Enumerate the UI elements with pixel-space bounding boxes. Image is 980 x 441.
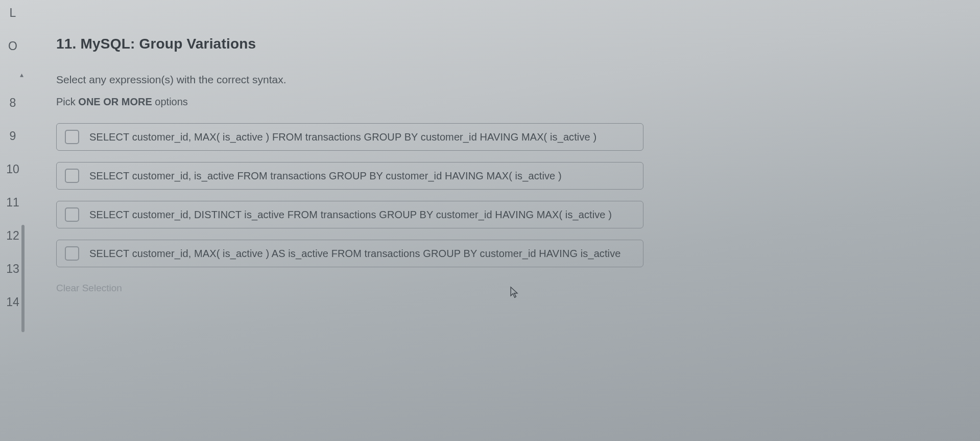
sidebar-item-L[interactable]: L bbox=[0, 2, 26, 24]
option-text: SELECT customer_id, MAX( is_active ) AS … bbox=[89, 248, 620, 260]
clear-selection-button[interactable]: Clear Selection bbox=[56, 283, 949, 294]
sidebar-scroll-thumb[interactable] bbox=[21, 225, 25, 332]
pick-prefix: Pick bbox=[56, 96, 78, 107]
option-4[interactable]: SELECT customer_id, MAX( is_active ) AS … bbox=[56, 240, 643, 267]
question-pick-instruction: Pick ONE OR MORE options bbox=[56, 96, 949, 108]
checkbox-icon[interactable] bbox=[65, 169, 79, 183]
checkbox-icon[interactable] bbox=[65, 130, 79, 144]
question-panel: 11. MySQL: Group Variations Select any e… bbox=[26, 0, 980, 441]
pick-emph: ONE OR MORE bbox=[78, 96, 152, 107]
option-2[interactable]: SELECT customer_id, is_active FROM trans… bbox=[56, 162, 643, 190]
caret-up-icon[interactable]: ▴ bbox=[0, 68, 26, 81]
sidebar-item-9[interactable]: 9 bbox=[0, 125, 26, 147]
question-title: 11. MySQL: Group Variations bbox=[56, 36, 949, 52]
option-3[interactable]: SELECT customer_id, DISTINCT is_active F… bbox=[56, 201, 643, 228]
checkbox-icon[interactable] bbox=[65, 246, 79, 261]
question-nav-sidebar: L O ▴ 8 9 10 11 12 13 14 bbox=[0, 0, 26, 441]
option-text: SELECT customer_id, MAX( is_active ) FRO… bbox=[89, 131, 596, 143]
pick-suffix: options bbox=[152, 96, 188, 107]
option-text: SELECT customer_id, DISTINCT is_active F… bbox=[89, 209, 612, 221]
options-list: SELECT customer_id, MAX( is_active ) FRO… bbox=[56, 123, 643, 267]
sidebar-item-o[interactable]: O bbox=[0, 35, 26, 57]
sidebar-item-10[interactable]: 10 bbox=[0, 158, 26, 180]
sidebar-item-8[interactable]: 8 bbox=[0, 92, 26, 114]
sidebar-item-11[interactable]: 11 bbox=[0, 192, 26, 214]
layout: L O ▴ 8 9 10 11 12 13 14 11. MySQL: Grou… bbox=[0, 0, 980, 441]
checkbox-icon[interactable] bbox=[65, 207, 79, 222]
option-1[interactable]: SELECT customer_id, MAX( is_active ) FRO… bbox=[56, 123, 643, 151]
question-prompt: Select any expression(s) with the correc… bbox=[56, 74, 949, 86]
option-text: SELECT customer_id, is_active FROM trans… bbox=[89, 170, 562, 182]
